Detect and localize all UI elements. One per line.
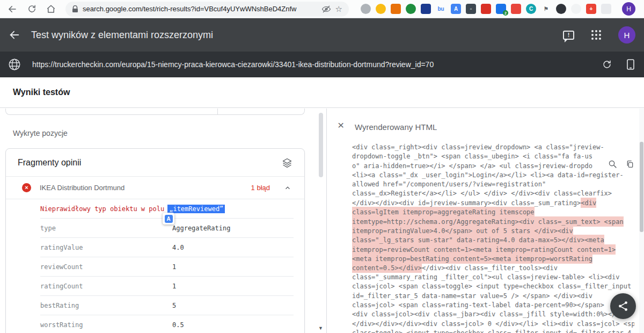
property-value: 1 bbox=[172, 263, 176, 271]
property-key: type bbox=[40, 225, 172, 232]
globe-extension-icon[interactable] bbox=[556, 4, 566, 14]
card-title: Fragmenty opinii bbox=[18, 158, 81, 168]
selected-text: „itemReviewed” bbox=[167, 205, 225, 213]
bookmark-star-icon[interactable]: ☆ bbox=[335, 5, 342, 13]
apps-grid-icon[interactable] bbox=[591, 30, 601, 40]
result-item-row[interactable]: × IKEA Distribution Dortmund 1 błąd bbox=[6, 177, 304, 199]
property-value: 0.5 bbox=[172, 321, 184, 329]
property-row: worstRating0.5 bbox=[6, 315, 304, 333]
app-back-button[interactable] bbox=[9, 29, 20, 41]
property-key: ratingValue bbox=[40, 244, 172, 251]
page-title: Test wyników z elementami rozszerzonymi bbox=[31, 30, 213, 41]
browser-home-button[interactable] bbox=[44, 2, 58, 16]
code-line: <div class=jcol><div class=_jbar><div cl… bbox=[352, 310, 634, 319]
property-value: 4.0 bbox=[172, 244, 184, 251]
code-line: content=0.5></div></div><div class=_filt… bbox=[352, 264, 634, 273]
results-header: Wyniki testów bbox=[0, 77, 644, 108]
review-snippets-card: Fragmenty opinii × IKEA Distribution Dor… bbox=[5, 148, 305, 333]
code-line: o" aria-hidden=true></i> </span> </a> <u… bbox=[352, 162, 634, 171]
refresh-icon bbox=[602, 60, 612, 69]
share-icon bbox=[617, 300, 629, 312]
code-line: class="_summary_rating _filter_col"><ul … bbox=[352, 273, 634, 282]
green-extension-icon[interactable] bbox=[406, 4, 416, 14]
property-row: ratingCount1 bbox=[6, 277, 304, 296]
code-line: class=_dx>Register</a></li> </ul> </div>… bbox=[352, 189, 634, 198]
scroll-down-button[interactable]: ▼ bbox=[318, 325, 323, 331]
item-name: IKEA Distribution Dortmund bbox=[40, 184, 125, 192]
code-line: class=jcol> <span class=rating-text-labe… bbox=[352, 301, 634, 310]
property-row: reviewCount1 bbox=[6, 257, 304, 277]
property-row: ratingValue4.0 bbox=[6, 238, 304, 257]
property-row: typeAggregateRating bbox=[6, 219, 304, 238]
panel-title: Wyrenderowany HTML bbox=[355, 122, 437, 132]
back-arrow-icon bbox=[9, 29, 20, 41]
collapsed-card bbox=[5, 108, 305, 115]
blue-badge-extension-icon[interactable]: 2 bbox=[496, 4, 506, 14]
property-value: 5 bbox=[172, 302, 176, 309]
left-scrollbar[interactable]: ▼ bbox=[318, 108, 325, 333]
left-scrollbar-thumb[interactable] bbox=[319, 113, 323, 177]
detected-items-label: Wykryte pozycje bbox=[13, 129, 68, 137]
code-line: class=toggle> <input type=checkbox class… bbox=[352, 329, 634, 333]
retest-button[interactable] bbox=[602, 60, 612, 69]
extension-icons: buA▫2C⚑+ bbox=[361, 4, 611, 14]
code-line: <meta itemprop=bestRating content=5><met… bbox=[352, 255, 634, 264]
code-line: dropdown-toggle _btn"> <span class=_ubeg… bbox=[352, 152, 634, 161]
tested-url[interactable]: https://truckercheckin.com/europa/15-nie… bbox=[32, 60, 592, 69]
code-line: </div></div><div id=jreview-summary><div… bbox=[352, 199, 634, 208]
app-header: Test wyników z elementami rozszerzonymi … bbox=[0, 18, 644, 52]
chevron-up-icon[interactable] bbox=[284, 184, 291, 192]
copy-code-button[interactable] bbox=[626, 160, 634, 169]
puzzle-extension-icon[interactable] bbox=[601, 4, 611, 14]
eye-off-icon[interactable] bbox=[321, 4, 331, 14]
address-bar-url: search.google.com/test/rich-results?id=V… bbox=[83, 5, 317, 13]
account-avatar[interactable]: H bbox=[618, 26, 635, 44]
megaphone-extension-icon[interactable] bbox=[511, 4, 521, 14]
properties-table: typeAggregateRatingratingValue4.0reviewC… bbox=[6, 219, 304, 333]
bookmark-extension-icon[interactable]: ⚑ bbox=[541, 4, 551, 14]
code-line: class="_lg_stars sum-star" data-rating=4… bbox=[352, 236, 634, 245]
red-grid-extension-icon[interactable]: + bbox=[586, 4, 596, 14]
code-line: </div></div></div><div class=jcol> 0 </d… bbox=[352, 320, 634, 329]
code-line: itemtype=http://schema.org/AggregateRati… bbox=[352, 217, 634, 226]
rich-result-type-icon bbox=[282, 157, 292, 168]
right-scrollbar[interactable] bbox=[639, 108, 644, 333]
back-icon bbox=[8, 4, 17, 14]
translate-popup-icon[interactable]: A bbox=[163, 213, 174, 225]
content-area: Wykryte pozycje Fragmenty opinii × IKEA … bbox=[0, 108, 644, 333]
refresh-icon bbox=[27, 4, 36, 13]
results-title: Wyniki testów bbox=[13, 88, 70, 97]
navy-shield-extension-icon[interactable] bbox=[421, 4, 431, 14]
smartphone-icon bbox=[627, 59, 634, 70]
orange-extension-icon[interactable] bbox=[391, 4, 401, 14]
error-count-badge: 1 błąd bbox=[251, 184, 270, 192]
buffer-extension-icon[interactable]: bu bbox=[436, 4, 446, 14]
code-search-button[interactable] bbox=[608, 160, 617, 169]
code-line: <li><a class="_dx _user_login">Login</a>… bbox=[352, 171, 634, 180]
error-message: Nieprawidłowy typ obiektu w polu bbox=[40, 205, 164, 213]
code-line: itemprop=reviewCount content=1><meta ite… bbox=[352, 245, 634, 254]
feedback-icon[interactable]: ! bbox=[563, 31, 574, 40]
code-toolbar bbox=[606, 158, 636, 171]
red-extension-icon[interactable] bbox=[481, 4, 491, 14]
property-value: 1 bbox=[172, 283, 176, 290]
teal-extension-icon[interactable]: C bbox=[526, 4, 536, 14]
code-line: class=lgItem itemprop=aggregateRating it… bbox=[352, 208, 634, 217]
code-line: id=_filter_star_5 data-name=star value=5… bbox=[352, 292, 634, 301]
search-icon bbox=[608, 160, 617, 169]
browser-profile-avatar[interactable]: H bbox=[622, 2, 635, 16]
clock-extension-icon[interactable] bbox=[571, 4, 581, 14]
pin-extension-icon[interactable] bbox=[361, 4, 371, 14]
translate-extension-icon[interactable]: A bbox=[451, 4, 461, 14]
screenshot-extension-icon[interactable]: ▫ bbox=[466, 4, 476, 14]
error-icon: × bbox=[22, 183, 31, 192]
address-bar[interactable]: search.google.com/test/rich-results?id=V… bbox=[65, 2, 349, 17]
home-icon bbox=[46, 4, 56, 14]
right-scrollbar-thumb[interactable] bbox=[640, 142, 643, 232]
smiley-extension-icon[interactable] bbox=[376, 4, 386, 14]
browser-back-button[interactable] bbox=[5, 2, 19, 16]
browser-refresh-button[interactable] bbox=[25, 2, 39, 16]
close-panel-button[interactable]: × bbox=[338, 119, 344, 131]
globe-icon bbox=[8, 57, 21, 71]
share-button[interactable] bbox=[610, 293, 636, 319]
